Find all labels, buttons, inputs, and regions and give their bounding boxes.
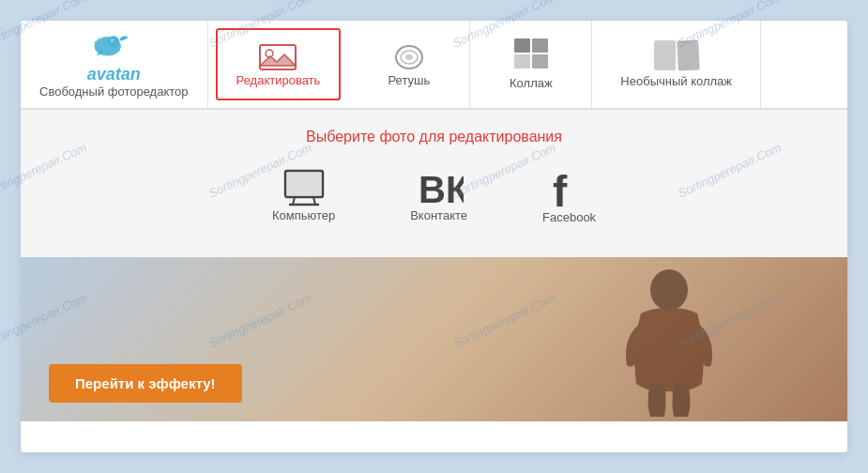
source-options: Компьютер ВК Вконтакте f Facebook [21, 164, 847, 248]
retouch-icon [391, 41, 427, 73]
logo-brand: avatan [87, 65, 141, 84]
avatan-logo-icon [90, 30, 137, 61]
svg-point-3 [112, 39, 114, 41]
tab-retouch-label: Ретушь [388, 73, 430, 87]
svg-point-1 [108, 36, 120, 48]
content-title: Выберите фото для редактирования [21, 129, 847, 145]
vk-icon: ВК [415, 169, 464, 208]
svg-text:ВК: ВК [419, 169, 464, 208]
bottom-banner: Перейти к эффекту! [21, 257, 847, 421]
edit-image-icon [258, 41, 297, 73]
computer-icon [280, 169, 328, 208]
go-to-effect-button[interactable]: Перейти к эффекту! [49, 364, 242, 403]
nav-tabs: Редактировать Ретушь [208, 21, 847, 108]
source-computer-label: Компьютер [272, 208, 335, 222]
logo-section: avatan Свободный фоторедактор [21, 21, 208, 108]
collage-icon [514, 38, 548, 69]
svg-rect-11 [287, 173, 321, 195]
tab-edit[interactable]: Редактировать [216, 28, 342, 100]
tab-edit-label: Редактировать [236, 73, 321, 87]
svg-point-8 [405, 54, 413, 60]
source-facebook-label: Facebook [542, 210, 596, 224]
svg-point-15 [650, 269, 688, 311]
tab-collage[interactable]: Коллаж [470, 21, 592, 108]
source-facebook[interactable]: f Facebook [528, 164, 610, 229]
unusual-collage-icon [654, 40, 699, 70]
source-vk[interactable]: ВК Вконтакте [396, 164, 481, 229]
content-area: Выберите фото для редактирования Компьют… [21, 110, 847, 257]
logo-subtitle: Свободный фоторедактор [39, 84, 189, 99]
svg-point-5 [266, 50, 273, 57]
banner-person-silhouette [603, 262, 735, 421]
facebook-icon: f [551, 169, 588, 210]
tab-retouch[interactable]: Ретушь [348, 21, 470, 108]
source-vk-label: Вконтакте [410, 208, 467, 222]
tab-unusual-label: Необычный коллаж [620, 74, 732, 88]
tab-unusual-collage[interactable]: Необычный коллаж [592, 21, 761, 108]
source-computer[interactable]: Компьютер [258, 164, 349, 229]
tab-collage-label: Коллаж [510, 76, 553, 90]
main-container: avatan Свободный фоторедактор Редактиров… [21, 21, 847, 452]
svg-text:f: f [553, 169, 568, 210]
nav-bar: avatan Свободный фоторедактор Редактиров… [21, 21, 847, 110]
